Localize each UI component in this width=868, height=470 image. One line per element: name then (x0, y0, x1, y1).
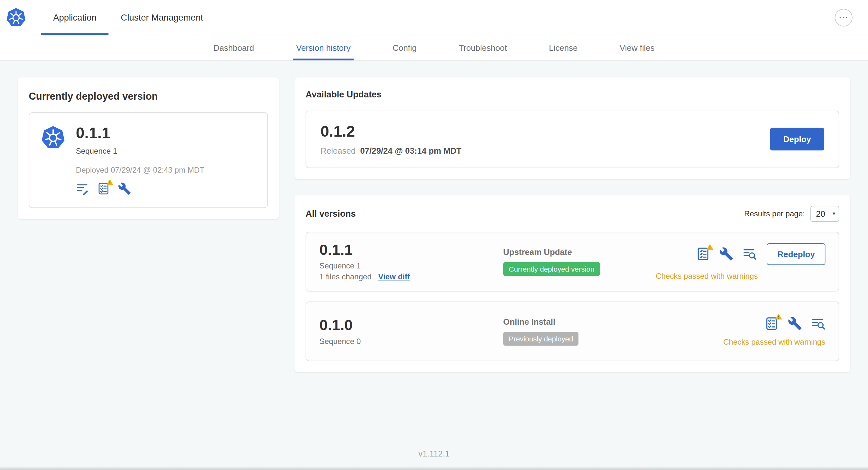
admin-console-page: Application Cluster Management ⋯ Dashboa… (0, 0, 868, 470)
version-row-actions: Checks passed with warnings (723, 317, 825, 346)
subnav-item-version-history[interactable]: Version history (293, 35, 354, 60)
version-row-info: 0.1.0 Sequence 0 (319, 317, 503, 345)
deploy-logs-icon[interactable] (743, 247, 757, 261)
deployed-timestamp: Deployed 07/29/24 @ 02:43 pm MDT (76, 165, 204, 174)
sub-nav: Dashboard Version history Config Trouble… (0, 35, 868, 61)
view-diff-link[interactable]: View diff (378, 272, 410, 281)
page-footer: v1.112.1 (0, 438, 868, 470)
overflow-menu-button[interactable]: ⋯ (835, 9, 852, 26)
row-sequence: Sequence 1 (319, 261, 503, 270)
source-label: Online Install (503, 317, 723, 327)
warning-triangle-icon (775, 313, 782, 320)
checks-status: Checks passed with warnings (723, 338, 825, 346)
results-per-page-select[interactable]: 20 (810, 206, 839, 222)
subnav-item-dashboard-label: Dashboard (213, 43, 254, 53)
all-versions-header: All versions Results per page: 20 ▾ (306, 206, 839, 222)
available-update-card: 0.1.2 Released 07/29/24 @ 03:14 pm MDT D… (306, 110, 839, 168)
kubernetes-icon (40, 125, 66, 150)
subnav-item-troubleshoot[interactable]: Troubleshoot (456, 35, 510, 60)
current-version-card: 0.1.1 Sequence 1 Deployed 07/29/24 @ 02:… (29, 112, 268, 208)
version-row-source: Online Install Previously deployed (503, 317, 723, 346)
source-label: Upstream Update (503, 247, 656, 257)
kubernetes-logo-icon (5, 7, 26, 28)
tab-cluster-management-label: Cluster Management (121, 12, 203, 23)
config-icon[interactable] (118, 182, 131, 195)
available-updates-heading: Available Updates (306, 90, 839, 100)
release-notes-icon[interactable] (76, 182, 89, 195)
row-action-icons: Redeploy (696, 243, 826, 265)
subnav-item-config[interactable]: Config (389, 35, 420, 60)
version-row-actions: Redeploy Checks passed with warnings (656, 243, 825, 280)
tab-application[interactable]: Application (41, 0, 108, 35)
tab-cluster-management[interactable]: Cluster Management (109, 0, 215, 35)
subnav-item-troubleshoot-label: Troubleshoot (459, 43, 507, 53)
console-version: v1.112.1 (418, 448, 450, 458)
preflight-checks-icon[interactable] (765, 317, 779, 331)
all-versions-heading: All versions (306, 209, 356, 219)
subnav-item-view-files-label: View files (620, 43, 655, 53)
current-version-number: 0.1.1 (76, 125, 204, 142)
released-label: Released (320, 146, 355, 155)
currently-deployed-panel: Currently deployed version (18, 77, 279, 219)
released-timestamp: 07/29/24 @ 03:14 pm MDT (360, 146, 461, 155)
subnav-item-version-history-label: Version history (296, 43, 350, 53)
ellipsis-icon: ⋯ (839, 13, 849, 22)
available-update-details: 0.1.2 Released 07/29/24 @ 03:14 pm MDT (320, 124, 461, 155)
config-icon[interactable] (719, 247, 734, 261)
top-nav: Application Cluster Management ⋯ (0, 0, 868, 35)
row-sequence: Sequence 0 (319, 337, 503, 346)
row-files-changed: 1 files changed View diff (319, 272, 503, 281)
update-version-number: 0.1.2 (320, 124, 461, 140)
row-version-number: 0.1.1 (319, 242, 503, 259)
checks-status: Checks passed with warnings (656, 271, 758, 280)
subnav-item-dashboard[interactable]: Dashboard (210, 35, 257, 60)
row-version-number: 0.1.0 (319, 317, 503, 334)
results-per-page-label: Results per page: (744, 209, 805, 218)
results-per-page: Results per page: 20 ▾ (744, 206, 839, 222)
top-tabs: Application Cluster Management (41, 0, 215, 35)
currently-deployed-heading: Currently deployed version (29, 91, 268, 102)
redeploy-button[interactable]: Redeploy (767, 243, 826, 265)
preflight-checks-icon[interactable] (696, 247, 711, 261)
version-row: 0.1.1 Sequence 1 1 files changed View di… (306, 232, 839, 292)
tab-application-label: Application (53, 12, 96, 23)
right-column: Available Updates 0.1.2 Released 07/29/2… (294, 77, 850, 373)
current-version-details: 0.1.1 Sequence 1 Deployed 07/29/24 @ 02:… (76, 125, 204, 195)
main-content: Currently deployed version (0, 61, 868, 438)
all-versions-panel: All versions Results per page: 20 ▾ (294, 195, 850, 373)
deployed-status-badge: Currently deployed version (503, 262, 600, 276)
subnav-item-config-label: Config (393, 43, 416, 53)
results-per-page-select-wrap: 20 ▾ (810, 206, 839, 222)
warning-triangle-icon (707, 243, 714, 250)
current-version-sequence: Sequence 1 (76, 146, 204, 156)
current-version-actions (76, 182, 204, 195)
row-action-icons (765, 317, 825, 331)
bottom-edge-shadow (0, 466, 868, 470)
version-row-info: 0.1.1 Sequence 1 1 files changed View di… (319, 242, 503, 281)
released-line: Released 07/29/24 @ 03:14 pm MDT (320, 146, 461, 155)
warning-triangle-icon (106, 178, 113, 185)
available-updates-panel: Available Updates 0.1.2 Released 07/29/2… (294, 77, 850, 179)
preflight-checks-icon[interactable] (97, 182, 110, 195)
config-icon[interactable] (787, 317, 802, 331)
deploy-button[interactable]: Deploy (770, 128, 824, 151)
deploy-logs-icon[interactable] (811, 317, 826, 331)
files-changed-label: 1 files changed (319, 272, 372, 281)
subnav-item-license[interactable]: License (546, 35, 581, 60)
subnav-item-view-files[interactable]: View files (616, 35, 658, 60)
subnav-item-license-label: License (549, 43, 578, 53)
deployed-status-badge: Previously deployed (503, 332, 579, 346)
version-row-source: Upstream Update Currently deployed versi… (503, 247, 656, 276)
version-row: 0.1.0 Sequence 0 Online Install Previous… (306, 302, 839, 362)
